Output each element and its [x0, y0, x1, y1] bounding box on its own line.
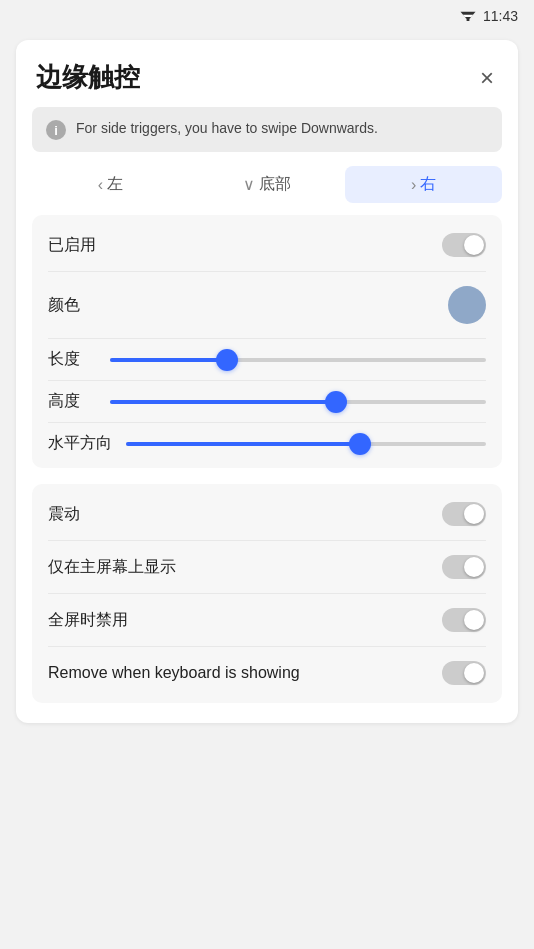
- enabled-label: 已启用: [48, 235, 96, 256]
- horizontal-fill: [126, 442, 360, 446]
- main-card: 边缘触控 × i For side triggers, you have to …: [16, 40, 518, 723]
- horizontal-thumb[interactable]: [349, 433, 371, 455]
- color-row: 颜色: [32, 272, 502, 338]
- enabled-row: 已启用: [32, 219, 502, 271]
- wifi-icon: [459, 7, 477, 25]
- info-icon: i: [46, 120, 66, 140]
- close-button[interactable]: ×: [476, 62, 498, 94]
- vibration-row: 震动: [32, 488, 502, 540]
- bottom-settings-section: 震动 仅在主屏幕上显示 全屏时禁用 Remove when keyboard i…: [32, 484, 502, 703]
- homescreen-row: 仅在主屏幕上显示: [32, 541, 502, 593]
- chevron-left-icon: ‹: [98, 176, 103, 194]
- tab-left-label: 左: [107, 174, 123, 195]
- height-slider-row: 高度: [32, 381, 502, 422]
- vibration-toggle[interactable]: [442, 502, 486, 526]
- height-slider[interactable]: [110, 392, 486, 412]
- horizontal-label: 水平方向: [48, 433, 112, 454]
- fullscreen-label: 全屏时禁用: [48, 610, 128, 631]
- tab-left[interactable]: ‹ 左: [32, 166, 189, 203]
- main-settings-section: 已启用 颜色 长度 高度: [32, 215, 502, 468]
- chevron-down-icon: ∨: [243, 175, 255, 194]
- tab-bottom[interactable]: ∨ 底部: [189, 166, 346, 203]
- keyboard-label: Remove when keyboard is showing: [48, 664, 300, 682]
- color-label: 颜色: [48, 295, 80, 316]
- info-banner: i For side triggers, you have to swipe D…: [32, 107, 502, 152]
- vibration-label: 震动: [48, 504, 80, 525]
- fullscreen-row: 全屏时禁用: [32, 594, 502, 646]
- length-track: [110, 358, 486, 362]
- length-thumb[interactable]: [216, 349, 238, 371]
- tab-bar: ‹ 左 ∨ 底部 › 右: [16, 166, 518, 203]
- horizontal-track: [126, 442, 486, 446]
- tab-right[interactable]: › 右: [345, 166, 502, 203]
- color-swatch[interactable]: [448, 286, 486, 324]
- height-fill: [110, 400, 336, 404]
- height-thumb[interactable]: [325, 391, 347, 413]
- homescreen-toggle[interactable]: [442, 555, 486, 579]
- homescreen-label: 仅在主屏幕上显示: [48, 557, 176, 578]
- tab-bottom-label: 底部: [259, 174, 291, 195]
- page-title: 边缘触控: [36, 60, 140, 95]
- chevron-right-icon: ›: [411, 176, 416, 194]
- length-slider-row: 长度: [32, 339, 502, 380]
- length-slider[interactable]: [110, 350, 486, 370]
- height-label: 高度: [48, 391, 96, 412]
- keyboard-toggle[interactable]: [442, 661, 486, 685]
- horizontal-slider-row: 水平方向: [32, 423, 502, 464]
- horizontal-slider[interactable]: [126, 434, 486, 454]
- status-time: 11:43: [483, 8, 518, 24]
- fullscreen-toggle[interactable]: [442, 608, 486, 632]
- tab-right-label: 右: [420, 174, 436, 195]
- height-track: [110, 400, 486, 404]
- enabled-toggle[interactable]: [442, 233, 486, 257]
- length-label: 长度: [48, 349, 96, 370]
- status-bar: 11:43: [0, 0, 534, 32]
- info-text: For side triggers, you have to swipe Dow…: [76, 119, 378, 139]
- keyboard-row: Remove when keyboard is showing: [32, 647, 502, 699]
- header: 边缘触控 ×: [16, 40, 518, 107]
- length-fill: [110, 358, 227, 362]
